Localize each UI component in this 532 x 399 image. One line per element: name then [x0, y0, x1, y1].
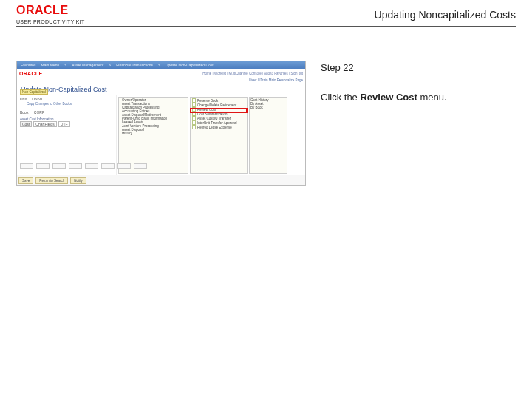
menu-item[interactable]: History: [120, 132, 187, 135]
nav-item[interactable]: Asset Management: [70, 63, 105, 67]
step-label: Step 22: [321, 61, 516, 75]
app-screenshot: Favorites Main Menu > Asset Management >…: [16, 61, 306, 186]
instr-prefix: Click the: [321, 92, 360, 103]
action-bar: Save Return to Search Notify: [18, 177, 86, 184]
suite-line: USER PRODUCTIVITY KIT: [16, 18, 85, 24]
book-label: Book: [20, 110, 28, 115]
menu-level-2: Reserve Book Change/Delete Retirement Re…: [190, 97, 248, 174]
nav-item[interactable]: Main Menu: [40, 63, 61, 67]
notify-button[interactable]: Notify: [70, 177, 86, 184]
menu-level-3: Cost History By Asset By Book: [249, 97, 287, 174]
instr-target: Review Cost: [360, 92, 417, 103]
app-top-bar: ORACLE Home | Worklist | MultiChannel Co…: [17, 69, 305, 78]
menu-level-1: Owner/Operator Asset Transactions Capita…: [118, 97, 188, 174]
book-value: CORP: [34, 110, 44, 115]
nav-item[interactable]: Financial Transactions: [115, 63, 154, 67]
save-button[interactable]: Save: [18, 177, 33, 184]
menu-item[interactable]: Retired Lease Expense: [191, 125, 246, 129]
tab-chartfields[interactable]: ChartFields: [33, 121, 57, 127]
field-value: UNIV1: [32, 97, 43, 101]
nav-item[interactable]: Favorites: [19, 63, 38, 67]
return-button[interactable]: Return to Search: [35, 177, 68, 184]
menu-item[interactable]: By Book: [250, 106, 286, 109]
user-line: User: UTrain Main Personalize Page: [17, 78, 305, 83]
field-label: Unit: [20, 97, 27, 101]
breadcrumb-nav: Favorites Main Menu > Asset Management >…: [17, 61, 305, 69]
grid-region: [20, 163, 175, 169]
instruction-panel: Step 22 Click the Review Cost menu.: [321, 61, 516, 104]
nav-item[interactable]: Update Non-Capitalized Cost: [164, 63, 215, 67]
brand-block: ORACLE USER PRODUCTIVITY KIT: [16, 4, 85, 24]
doc-title: Updating Noncapitalized Costs: [375, 9, 516, 21]
page-header-strip: ORACLE USER PRODUCTIVITY KIT Updating No…: [0, 0, 532, 26]
page-icon: [192, 125, 196, 129]
app-logo: ORACLE: [19, 71, 42, 76]
copy-link[interactable]: Copy Changes to Other Books: [20, 102, 113, 106]
brand-logo: ORACLE: [16, 4, 85, 16]
app-top-links[interactable]: Home | Worklist | MultiChannel Console |…: [202, 72, 303, 75]
page-title: Update Non-Capitalized Cost: [17, 83, 305, 95]
instr-suffix: menu.: [417, 92, 447, 103]
instruction-line: Click the Review Cost menu.: [321, 90, 516, 105]
content-columns: Favorites Main Menu > Asset Management >…: [0, 30, 532, 186]
non-capitalized-tag: Non Capitalized: [20, 89, 48, 95]
header-divider: [16, 26, 516, 27]
tab-dtf[interactable]: DTF: [58, 121, 70, 127]
tab-cost[interactable]: Cost: [20, 121, 32, 127]
